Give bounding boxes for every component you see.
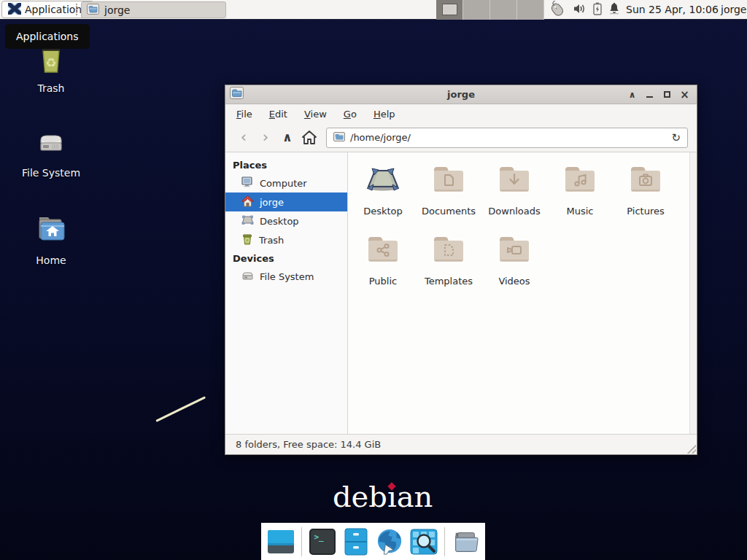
file-item-label: Downloads [488,206,540,217]
tasklist-grip[interactable] [76,4,77,15]
panel-username[interactable]: jorge [721,4,746,15]
file-view[interactable]: Desktop Documents [349,152,697,434]
applications-menu-label: Applications [25,4,88,15]
documents-folder-icon [431,163,466,201]
file-item-label: Templates [425,276,473,287]
volume-icon[interactable] [573,3,587,18]
menu-file[interactable]: File [236,109,252,120]
file-item-templates[interactable]: Templates [416,231,481,301]
workspace-1[interactable] [436,0,463,20]
file-item-music[interactable]: Music [547,161,613,231]
panel-clock[interactable]: Sun 25 Apr, 10:06 [626,4,719,15]
downloads-folder-icon [497,163,532,201]
file-item-videos[interactable]: Videos [481,231,547,301]
taskbar-window-label: jorge [104,4,130,16]
dock-separator [301,527,302,556]
templates-folder-icon [431,233,466,271]
file-manager-window: jorge ∧ × File Edit View Go Help ‹ › ∧ [225,85,697,455]
workspace-2[interactable] [463,0,490,20]
close-button[interactable]: × [679,89,690,100]
location-path-text: /home/jorge/ [350,132,411,143]
pager-window-preview [442,4,457,15]
terminal-launcher[interactable]: >_ [309,528,336,556]
battery-icon[interactable] [593,2,602,18]
sidebar-item-trash[interactable]: Trash [225,230,347,249]
file-item-downloads[interactable]: Downloads [481,161,547,231]
path-folder-icon [333,132,345,144]
places-sidebar: Places Computer [225,152,348,434]
places-header: Places [225,156,347,174]
location-bar[interactable]: /home/jorge/ ↻ [326,128,688,148]
taskbar-window-button[interactable]: jorge [81,1,226,18]
trash-small-icon [241,233,253,247]
statusbar-text: 8 folders, Free space: 14.4 GiB [236,439,381,450]
back-button[interactable]: ‹ [233,128,255,148]
sidebar-item-label: Desktop [260,216,299,227]
xfce-logo-icon [8,3,21,17]
music-folder-icon [562,163,597,201]
sidebar-item-jorge[interactable]: jorge [225,192,347,211]
menubar: File Edit View Go Help [225,104,697,123]
vertical-scrollbar[interactable] [689,152,697,434]
directory-menu-launcher[interactable] [452,528,479,556]
home-folder-icon [34,211,69,249]
menu-help[interactable]: Help [374,109,395,120]
videos-folder-icon [497,233,532,271]
sidebar-item-computer[interactable]: Computer [225,174,347,192]
file-manager-launcher[interactable] [342,528,369,556]
taskbar-folder-icon [87,4,99,17]
workspace-3[interactable] [490,0,517,20]
menu-go[interactable]: Go [344,109,357,120]
debian-wallpaper-logo: debıan [333,480,433,513]
bottom-dock: >_ [261,523,485,560]
titlebar[interactable]: jorge ∧ × [225,85,697,104]
app-finder-launcher[interactable] [410,528,438,556]
applications-tooltip: Applications [5,24,90,49]
pictures-folder-icon [628,163,663,201]
desktop-icon [241,214,254,228]
desktop-icon-label: File System [22,167,80,179]
workspace-4[interactable] [517,0,544,20]
sidebar-item-desktop[interactable]: Desktop [225,211,347,230]
file-item-desktop[interactable]: Desktop [350,161,416,231]
hard-drive-icon [34,124,69,162]
forward-button[interactable]: › [255,128,276,148]
desktop-icon-file-system[interactable]: File System [16,124,86,179]
file-item-public[interactable]: Public [350,231,416,301]
maximize-button[interactable] [662,89,673,100]
wallpaper-artifact-line [155,396,206,422]
file-item-documents[interactable]: Documents [416,161,481,231]
mouse-settings-icon[interactable] [547,1,566,20]
show-desktop-button[interactable] [267,528,295,556]
home-icon [241,195,254,209]
sidebar-item-file-system[interactable]: File System [225,267,347,286]
up-button[interactable]: ∧ [276,128,298,148]
shade-button[interactable]: ∧ [627,89,638,100]
notifications-bell-icon[interactable] [608,2,620,18]
desktop-icon-home[interactable]: Home [16,211,86,266]
applications-menu-button[interactable]: Applications [1,1,94,18]
home-button[interactable] [298,128,320,148]
top-panel: Applications jorge [0,0,747,20]
file-grid: Desktop Documents [350,161,678,301]
public-folder-icon [365,233,400,271]
desktop-icon-label: Trash [38,82,65,94]
file-item-label: Pictures [627,206,664,217]
web-browser-launcher[interactable] [376,528,403,556]
menu-view[interactable]: View [304,109,327,120]
menu-edit[interactable]: Edit [269,109,287,120]
reload-button[interactable]: ↻ [671,131,681,144]
minimize-button[interactable] [644,89,655,100]
sidebar-item-label: File System [260,271,314,282]
sidebar-item-label: Trash [259,235,284,246]
statusbar: 8 folders, Free space: 14.4 GiB [225,434,697,454]
terminal-prompt: >_ [309,529,336,555]
drive-small-icon [241,271,254,283]
window-body: Places Computer [225,152,697,434]
sidebar-item-label: Computer [260,178,307,189]
file-item-pictures[interactable]: Pictures [613,161,678,231]
toolbar: ‹ › ∧ /home/jorge/ ↻ [225,123,697,152]
resize-grip[interactable] [687,445,696,454]
desktop-icon-label: Home [36,254,66,266]
file-item-label: Videos [498,276,530,287]
